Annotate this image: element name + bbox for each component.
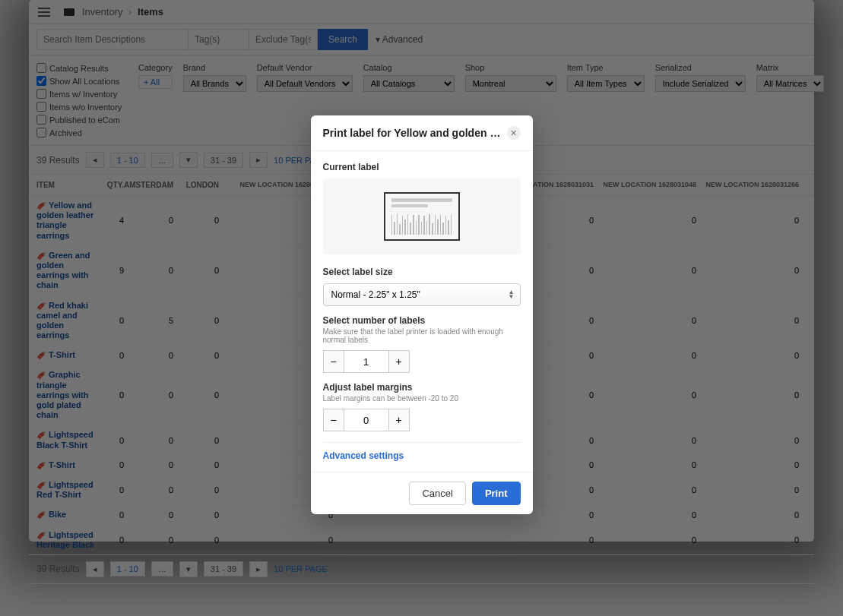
cancel-button[interactable]: Cancel [409, 482, 465, 505]
label-size-heading: Select label size [323, 267, 521, 277]
advanced-settings-link[interactable]: Advanced settings [323, 450, 521, 461]
number-labels-heading: Select number of labels [323, 315, 521, 326]
label-size-select[interactable]: Normal - 2.25" x 1.25" [323, 283, 521, 306]
number-labels-hint: Make sure that the label printer is load… [323, 327, 521, 344]
close-icon[interactable]: ✕ [507, 126, 521, 140]
margin-decrement[interactable]: − [323, 409, 344, 431]
qty-decrement[interactable]: − [323, 350, 344, 373]
margins-heading: Adjust label margins [323, 382, 521, 393]
quantity-stepper: − + [323, 350, 521, 373]
qty-increment[interactable]: + [388, 350, 410, 373]
print-button[interactable]: Print [472, 482, 521, 505]
margins-stepper: − + [323, 409, 521, 431]
margin-increment[interactable]: + [388, 409, 410, 431]
qty-input[interactable] [344, 350, 388, 373]
modal-title: Print label for Yellow and golden leathe… [323, 127, 501, 139]
barcode-preview [323, 178, 521, 254]
current-label-heading: Current label [323, 162, 521, 172]
print-label-modal: Print label for Yellow and golden leathe… [311, 115, 533, 514]
margins-hint: Label margins can be between -20 to 20 [323, 394, 521, 403]
margin-input[interactable] [344, 409, 388, 431]
